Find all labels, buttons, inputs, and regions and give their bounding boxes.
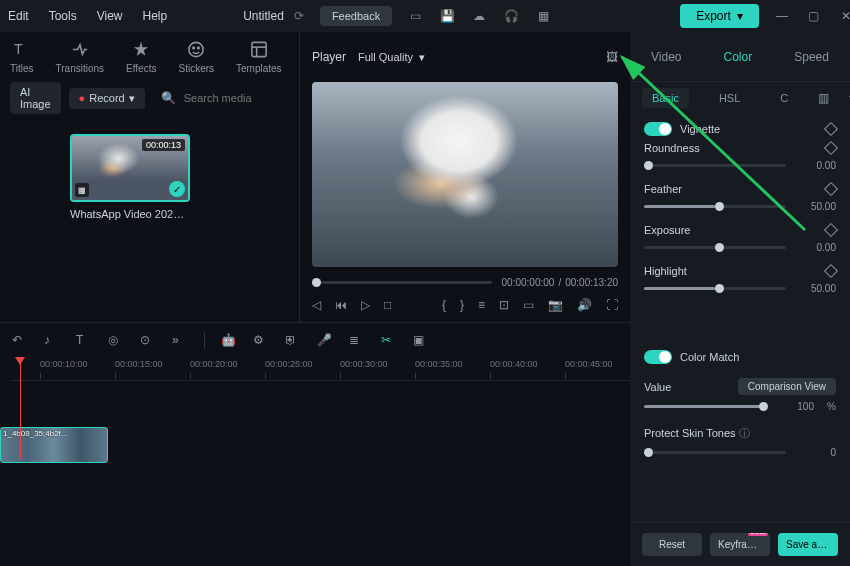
feather-value: 50.00 xyxy=(796,201,836,212)
chevron-down-icon: ▾ xyxy=(129,92,135,105)
value-number: 100 xyxy=(774,401,814,412)
menu-edit[interactable]: Edit xyxy=(8,9,29,23)
playback-progress[interactable] xyxy=(312,281,492,284)
exposure-value: 0.00 xyxy=(796,242,836,253)
tab-video[interactable]: Video xyxy=(651,50,681,64)
colormatch-toggle[interactable] xyxy=(644,350,672,364)
keyframe-diamond[interactable] xyxy=(824,264,838,278)
text-icon[interactable]: T xyxy=(76,333,92,349)
group-icon[interactable]: ▣ xyxy=(413,333,429,349)
tab-transitions[interactable]: Transitions xyxy=(56,40,105,74)
svg-rect-4 xyxy=(252,42,266,56)
step-back-icon[interactable]: ⏮ xyxy=(335,298,347,312)
fullscreen-icon[interactable]: ⛶ xyxy=(606,298,618,312)
speed-icon[interactable]: ⊙ xyxy=(140,333,156,349)
marker-icon[interactable]: ◎ xyxy=(108,333,124,349)
volume-icon[interactable]: 🔊 xyxy=(577,298,592,312)
keyframe-diamond[interactable] xyxy=(824,122,838,136)
feather-slider[interactable] xyxy=(644,205,786,208)
tab-stickers[interactable]: Stickers xyxy=(178,40,214,74)
tab-templates[interactable]: Templates xyxy=(236,40,282,74)
highlight-label: Highlight xyxy=(644,265,687,277)
mark-out-icon[interactable]: } xyxy=(460,298,464,312)
value-slider[interactable] xyxy=(644,405,764,408)
video-preview[interactable] xyxy=(312,82,618,267)
grid-icon[interactable]: ▦ xyxy=(534,7,552,25)
quality-select[interactable]: Full Quality▾ xyxy=(358,51,425,64)
minimize-icon[interactable]: — xyxy=(773,7,791,25)
reset-button[interactable]: Reset xyxy=(642,533,702,556)
vignette-toggle[interactable] xyxy=(644,122,672,136)
record-button[interactable]: ●Record▾ xyxy=(69,88,145,109)
camera-icon[interactable]: 📷 xyxy=(548,298,563,312)
menu-view[interactable]: View xyxy=(97,9,123,23)
highlight-slider[interactable] xyxy=(644,287,786,290)
colormatch-label: Color Match xyxy=(680,351,739,363)
sync-icon[interactable]: ⟳ xyxy=(294,9,304,23)
cloud-icon[interactable]: ☁ xyxy=(470,7,488,25)
prev-icon[interactable]: ◁ xyxy=(312,298,321,312)
media-duration: 00:00:13 xyxy=(142,139,185,151)
maximize-icon[interactable]: ▢ xyxy=(805,7,823,25)
track-icon[interactable]: ≣ xyxy=(349,333,365,349)
split-icon[interactable]: ✂ xyxy=(381,333,397,349)
mic-icon[interactable]: 🎤 xyxy=(317,333,333,349)
tab-titles[interactable]: TTitles xyxy=(10,40,34,74)
music-icon[interactable]: ♪ xyxy=(44,333,60,349)
keyframe-panel-button[interactable]: BetaKeyframe P... xyxy=(710,533,770,556)
playhead[interactable] xyxy=(20,359,21,459)
subtab-c[interactable]: C xyxy=(770,88,798,108)
svg-point-3 xyxy=(198,47,200,49)
total-time: 00:00:13:20 xyxy=(565,277,618,288)
info-icon[interactable]: ⓘ xyxy=(739,427,750,439)
menu-tools[interactable]: Tools xyxy=(49,9,77,23)
subtab-basic[interactable]: Basic xyxy=(642,88,689,108)
snapshot-icon[interactable]: 🖼 xyxy=(606,50,618,64)
roundness-slider[interactable] xyxy=(644,164,786,167)
timeline-clip[interactable]: 1_4b08_35;4b2f... xyxy=(0,427,108,463)
roundness-value: 0.00 xyxy=(796,160,836,171)
crop-icon[interactable]: ⊡ xyxy=(499,298,509,312)
vignette-label: Vignette xyxy=(680,123,720,135)
shield-icon[interactable]: ⛨ xyxy=(285,333,301,349)
protect-slider[interactable] xyxy=(644,451,786,454)
save-custom-button[interactable]: Save as cu... xyxy=(778,533,838,556)
search-icon: 🔍 xyxy=(161,91,176,105)
ai-icon[interactable]: 🤖 xyxy=(221,333,237,349)
device-icon[interactable]: ▭ xyxy=(406,7,424,25)
menu-help[interactable]: Help xyxy=(143,9,168,23)
close-icon[interactable]: ✕ xyxy=(837,7,850,25)
mark-in-icon[interactable]: { xyxy=(442,298,446,312)
tab-effects[interactable]: Effects xyxy=(126,40,156,74)
keyframe-diamond[interactable] xyxy=(824,141,838,155)
tab-speed[interactable]: Speed xyxy=(794,50,829,64)
media-panel: TTitles Transitions Effects Stickers Tem… xyxy=(0,32,300,322)
compare-icon[interactable]: ▥ xyxy=(818,91,829,105)
player-label: Player xyxy=(312,50,346,64)
keyframe-diamond[interactable] xyxy=(824,223,838,237)
project-title: Untitled xyxy=(243,9,284,23)
headphones-icon[interactable]: 🎧 xyxy=(502,7,520,25)
adjust-icon[interactable]: ⚙ xyxy=(253,333,269,349)
export-button[interactable]: Export▾ xyxy=(680,4,759,28)
svg-text:T: T xyxy=(14,41,23,57)
media-item[interactable]: 00:00:13 ▦ ✓ WhatsApp Video 2023-10-05..… xyxy=(70,134,190,220)
undo-icon[interactable]: ↶ xyxy=(12,333,28,349)
chevron-down-icon: ▾ xyxy=(737,9,743,23)
comparison-view-button[interactable]: Comparison View xyxy=(738,378,836,395)
ai-image-button[interactable]: AI Image xyxy=(10,82,61,114)
subtab-hsl[interactable]: HSL xyxy=(709,88,750,108)
more-icon[interactable]: » xyxy=(172,333,188,349)
tab-color[interactable]: Color xyxy=(724,50,753,64)
display-icon[interactable]: ▭ xyxy=(523,298,534,312)
feather-label: Feather xyxy=(644,183,682,195)
exposure-label: Exposure xyxy=(644,224,690,236)
keyframe-diamond[interactable] xyxy=(824,182,838,196)
feedback-button[interactable]: Feedback xyxy=(320,6,392,26)
exposure-slider[interactable] xyxy=(644,246,786,249)
play-icon[interactable]: ▷ xyxy=(361,298,370,312)
properties-panel: Video Color Speed Basic HSL C ▥ ▾ Vignet… xyxy=(630,32,850,322)
save-icon[interactable]: 💾 xyxy=(438,7,456,25)
stop-icon[interactable]: □ xyxy=(384,298,391,312)
list-icon[interactable]: ≡ xyxy=(478,298,485,312)
